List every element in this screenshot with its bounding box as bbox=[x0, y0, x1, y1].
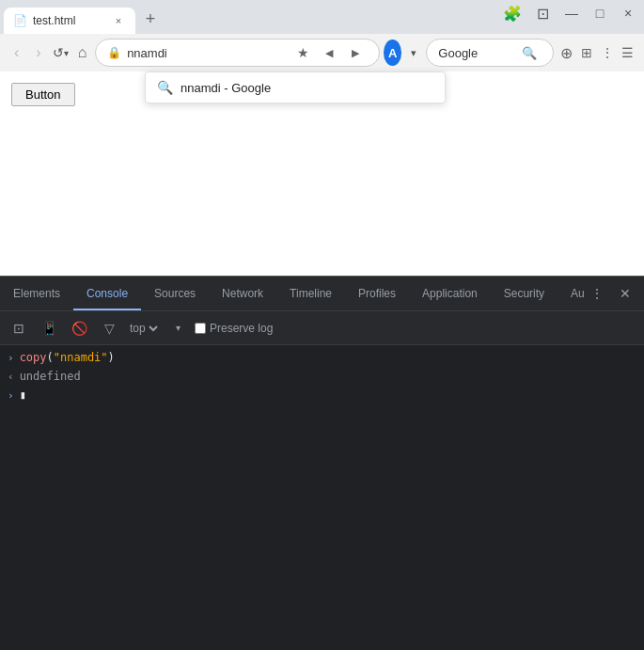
bookmark-button[interactable]: ★ bbox=[291, 40, 315, 65]
zoom-button[interactable]: ▶ bbox=[343, 40, 368, 65]
tab-close-button[interactable]: × bbox=[111, 13, 126, 28]
chrome-menu2[interactable]: ☰ bbox=[620, 40, 636, 65]
search-container[interactable]: 🔍 bbox=[426, 39, 554, 67]
console-string-value: "nnamdi" bbox=[54, 351, 108, 364]
lock-icon: 🔒 bbox=[107, 46, 121, 59]
console-filter-icon[interactable]: ▽ bbox=[96, 315, 122, 341]
console-toolbar: ⊡ 📱 🚫 ▽ top ▾ Preserve log bbox=[0, 311, 644, 345]
history-button[interactable]: ◀ bbox=[317, 40, 341, 65]
address-input[interactable] bbox=[127, 46, 285, 60]
chrome-menu[interactable]: ⋮ bbox=[599, 40, 616, 65]
suggestion-item[interactable]: 🔍 nnamdi - Google bbox=[146, 72, 445, 103]
address-input-container[interactable]: 🔒 ★ ◀ ▶ bbox=[95, 39, 380, 67]
search-button[interactable]: 🔍 bbox=[517, 40, 542, 65]
console-line-1: › copy("nnamdi") bbox=[0, 349, 644, 368]
tab-profiles[interactable]: Profiles bbox=[345, 278, 409, 310]
tab-sources[interactable]: Sources bbox=[141, 278, 209, 310]
page-button[interactable]: Button bbox=[11, 83, 75, 106]
console-context-dropdown[interactable]: ▾ bbox=[165, 315, 191, 341]
console-cursor[interactable]: ▮ bbox=[20, 388, 26, 402]
devtools-more-button[interactable]: ⋮ bbox=[584, 280, 610, 307]
tab-elements[interactable]: Elements bbox=[0, 278, 73, 310]
result-arrow: ‹ bbox=[8, 370, 14, 383]
devtools-device-icon[interactable]: 📱 bbox=[36, 315, 62, 341]
tab-timeline[interactable]: Timeline bbox=[276, 278, 345, 310]
console-line-2: ‹ undefined bbox=[0, 368, 644, 387]
reload-button[interactable]: ↺ ▾ bbox=[52, 40, 70, 66]
devtools-panel: Elements Console Sources Network Timelin… bbox=[0, 276, 644, 650]
forward-button[interactable]: › bbox=[29, 40, 47, 66]
minimize-button[interactable]: — bbox=[559, 1, 584, 25]
preserve-log-checkbox[interactable] bbox=[195, 323, 206, 334]
preserve-log-label: Preserve log bbox=[210, 322, 273, 335]
search-input[interactable] bbox=[438, 46, 513, 60]
suggestion-dropdown: 🔍 nnamdi - Google bbox=[145, 71, 446, 103]
devtools-tabs: Elements Console Sources Network Timelin… bbox=[0, 277, 584, 310]
profile-button[interactable]: A bbox=[384, 40, 401, 66]
console-output: › copy("nnamdi") ‹ undefined › ▮ bbox=[0, 345, 644, 650]
console-func-name: copy bbox=[20, 351, 47, 364]
maximize-button[interactable]: □ bbox=[588, 1, 612, 25]
cast-icon[interactable]: ⊡ bbox=[529, 0, 556, 26]
active-tab[interactable]: 📄 test.html × bbox=[4, 8, 135, 34]
preserve-log-container: Preserve log bbox=[195, 322, 273, 335]
tab-favicon: 📄 bbox=[13, 14, 27, 27]
tab-bar: 📄 test.html × + 🧩 ⊡ — □ × bbox=[0, 0, 644, 34]
extensions-icon[interactable]: 🧩 bbox=[499, 0, 526, 26]
new-tab-button[interactable]: + bbox=[137, 6, 164, 32]
bookmark-star[interactable]: ⊕ bbox=[558, 40, 574, 65]
console-undefined-value: undefined bbox=[20, 370, 81, 383]
input-arrow: › bbox=[8, 388, 14, 402]
cmd-arrow-1: › bbox=[8, 351, 14, 364]
profile-letter: A bbox=[388, 46, 397, 60]
tab-application[interactable]: Application bbox=[409, 278, 491, 310]
browser-window: 📄 test.html × + 🧩 ⊡ — □ × ‹ › ↺ ▾ ⌂ 🔒 ★ … bbox=[0, 0, 644, 650]
console-text-1: copy("nnamdi") bbox=[20, 351, 115, 364]
console-input-line: › ▮ bbox=[0, 387, 644, 405]
suggestion-text: nnamdi - Google bbox=[181, 81, 271, 95]
home-button[interactable]: ⌂ bbox=[73, 40, 91, 66]
tab-network[interactable]: Network bbox=[209, 278, 276, 310]
devtools-right-buttons: ⋮ ✕ bbox=[584, 280, 644, 307]
tab-title: test.html bbox=[33, 14, 105, 27]
console-clear-icon[interactable]: 🚫 bbox=[66, 315, 92, 341]
tab-security[interactable]: Security bbox=[491, 278, 558, 310]
tab-console[interactable]: Console bbox=[73, 278, 141, 310]
console-icons: ⊡ 📱 🚫 ▽ top ▾ Preserve log bbox=[0, 315, 278, 341]
window-controls: 🧩 ⊡ — □ × bbox=[499, 0, 640, 26]
close-button[interactable]: × bbox=[616, 1, 640, 25]
zoom-page-button[interactable]: ⊞ bbox=[578, 40, 595, 65]
suggestion-search-icon: 🔍 bbox=[157, 80, 173, 95]
back-button[interactable]: ‹ bbox=[8, 40, 25, 66]
devtools-close-button[interactable]: ✕ bbox=[612, 280, 638, 307]
tab-audits[interactable]: Audits bbox=[558, 278, 584, 310]
console-context-select[interactable]: top bbox=[126, 321, 161, 336]
devtools-inspect-icon[interactable]: ⊡ bbox=[6, 315, 32, 341]
profile-dropdown[interactable]: ▾ bbox=[405, 40, 422, 65]
address-bar: ‹ › ↺ ▾ ⌂ 🔒 ★ ◀ ▶ A ▾ 🔍 ⊕ ⊞ ⋮ ☰ bbox=[0, 34, 644, 71]
address-actions: ★ ◀ ▶ bbox=[291, 40, 368, 65]
